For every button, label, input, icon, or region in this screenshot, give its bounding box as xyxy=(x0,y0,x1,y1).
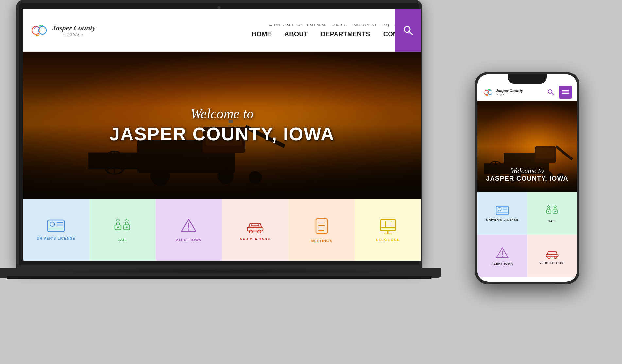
svg-point-51 xyxy=(484,90,489,95)
svg-point-79 xyxy=(554,211,556,212)
elections-icon xyxy=(379,218,397,234)
header-right: ☁ OVERCAST · 57° CALENDAR COURTS EMPLOYM… xyxy=(252,23,415,38)
phone-hero: Welcome to JASPER COUNTY, IOWA xyxy=(477,101,577,192)
phone-ql-alert[interactable]: ALERT IOWA xyxy=(477,235,527,277)
svg-point-39 xyxy=(258,230,261,233)
svg-point-90 xyxy=(554,256,557,258)
laptop-camera xyxy=(217,6,221,9)
site-logo[interactable]: Jasper County · IOWA · xyxy=(29,21,95,40)
phone-ql-label-jail: JAIL xyxy=(548,220,556,223)
logo-script: Jasper County xyxy=(52,24,95,32)
quick-link-vehicle[interactable]: VEHICLE TAGS xyxy=(222,199,288,261)
svg-rect-40 xyxy=(316,219,327,233)
phone-jail-icon xyxy=(545,204,559,217)
main-nav-home[interactable]: HOME xyxy=(252,30,271,38)
drivers-license-icon xyxy=(47,219,65,232)
quick-link-label-elections: ELECTIONS xyxy=(376,238,400,242)
svg-point-53 xyxy=(548,90,552,93)
svg-point-83 xyxy=(554,206,555,207)
quick-link-jail[interactable]: JAIL xyxy=(89,199,156,261)
svg-point-32 xyxy=(124,219,126,221)
nav-calendar[interactable]: CALENDAR xyxy=(307,23,327,27)
svg-point-77 xyxy=(548,211,549,212)
svg-point-36 xyxy=(188,229,189,231)
phone-ql-jail[interactable]: JAIL xyxy=(527,192,577,235)
hero-title: JASPER COUNTY, IOWA xyxy=(110,123,335,144)
phone-ql-label-license: DRIVER'S LICENSE xyxy=(486,218,519,221)
quick-link-alert[interactable]: ALERT IOWA xyxy=(156,199,222,261)
quick-link-label-alert: ALERT IOWA xyxy=(176,238,201,242)
phone-menu-icon xyxy=(562,90,569,94)
main-nav: HOME ABOUT DEPARTMENTS CONTACT xyxy=(252,30,415,38)
svg-rect-47 xyxy=(386,221,392,227)
nav-employment[interactable]: EMPLOYMENT xyxy=(352,23,377,27)
laptop-base-bottom xyxy=(7,276,432,279)
laptop-shadow xyxy=(43,268,402,274)
hero-welcome: Welcome to xyxy=(110,106,335,122)
site-header: Jasper County · IOWA · ☁ OVERCAST · 57° … xyxy=(23,9,421,52)
phone-search-button[interactable] xyxy=(544,86,557,99)
svg-point-26 xyxy=(117,226,119,228)
nav-courts[interactable]: COURTS xyxy=(332,23,347,27)
laptop-screen: Jasper County · IOWA · ☁ OVERCAST · 57° … xyxy=(23,9,421,261)
svg-point-80 xyxy=(547,206,548,207)
svg-point-29 xyxy=(116,219,117,221)
phone-hero-welcome: Welcome to xyxy=(486,166,568,175)
phone-alert-icon xyxy=(496,246,509,259)
meetings-icon xyxy=(314,217,329,235)
quick-link-drivers-license[interactable]: DRIVER'S LICENSE xyxy=(23,199,89,261)
phone-quick-links: DRIVER'S LICENSE xyxy=(477,192,577,277)
vehicle-icon xyxy=(245,219,265,233)
phone-logo-icon xyxy=(482,87,494,98)
svg-point-52 xyxy=(488,90,492,95)
phone-hero-title: JASPER COUNTY, IOWA xyxy=(486,175,568,182)
svg-point-81 xyxy=(548,205,549,206)
phone-logo-script: Jasper County xyxy=(496,89,523,93)
weather-info: ☁ OVERCAST · 57° xyxy=(269,23,302,27)
alert-icon xyxy=(181,218,197,234)
svg-rect-7 xyxy=(88,153,154,169)
phone-hero-text: Welcome to JASPER COUNTY, IOWA xyxy=(486,166,568,182)
phone-ql-license[interactable]: DRIVER'S LICENSE xyxy=(477,192,527,235)
phone-screen: Jasper County IOWA xyxy=(477,74,577,282)
svg-rect-60 xyxy=(536,148,554,159)
phone-notch xyxy=(508,74,547,84)
main-nav-about[interactable]: ABOUT xyxy=(285,30,308,38)
cloud-icon: ☁ xyxy=(269,23,272,27)
quick-link-label-meetings: MEETINGS xyxy=(311,239,332,243)
svg-line-70 xyxy=(556,146,572,159)
quick-link-label-jail: JAIL xyxy=(118,238,127,242)
svg-line-54 xyxy=(552,93,554,95)
svg-rect-71 xyxy=(496,206,508,215)
svg-point-21 xyxy=(50,222,55,226)
svg-point-11 xyxy=(249,171,262,184)
phone-search-icon xyxy=(547,89,554,96)
phone-device: Jasper County IOWA xyxy=(475,72,579,284)
laptop-frame: Jasper County · IOWA · ☁ OVERCAST · 57° … xyxy=(16,0,422,268)
quick-link-elections[interactable]: ELECTIONS xyxy=(355,199,421,261)
svg-point-72 xyxy=(498,207,501,211)
logo-iowa: · IOWA · xyxy=(52,32,95,37)
svg-point-82 xyxy=(549,206,550,207)
svg-rect-46 xyxy=(381,227,395,231)
main-nav-departments[interactable]: DEPARTMENTS xyxy=(321,30,370,38)
svg-point-31 xyxy=(119,219,120,221)
logo-icon xyxy=(29,21,49,40)
search-button[interactable] xyxy=(395,9,421,52)
phone-menu-button[interactable] xyxy=(559,86,572,99)
svg-point-30 xyxy=(117,219,119,220)
svg-line-3 xyxy=(409,32,412,35)
weather-text: OVERCAST · 57° xyxy=(274,23,302,27)
hero-section: Welcome to JASPER COUNTY, IOWA xyxy=(23,52,421,199)
top-nav: ☁ OVERCAST · 57° CALENDAR COURTS EMPLOYM… xyxy=(269,23,415,27)
svg-point-84 xyxy=(555,205,556,206)
phone-logo-iowa: IOWA xyxy=(496,93,523,96)
svg-point-38 xyxy=(249,230,252,233)
phone-ql-label-vehicle: VEHICLE TAGS xyxy=(539,261,565,265)
phone-ql-label-alert: ALERT IOWA xyxy=(492,262,513,265)
nav-faq[interactable]: FAQ xyxy=(382,23,389,27)
quick-link-meetings[interactable]: MEETINGS xyxy=(288,199,355,261)
phone-ql-vehicle[interactable]: VEHICLE TAGS xyxy=(527,235,577,277)
svg-point-33 xyxy=(126,219,127,220)
phone-logo[interactable]: Jasper County IOWA xyxy=(482,87,523,98)
